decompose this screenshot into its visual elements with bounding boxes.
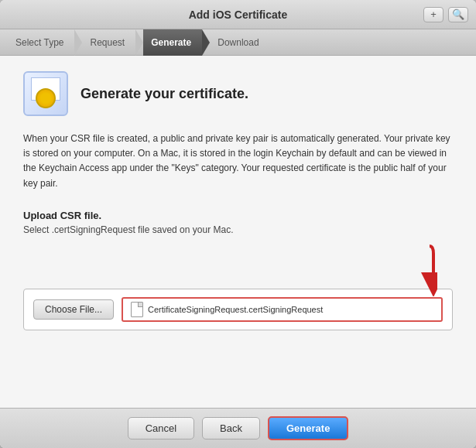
cert-title: Generate your certificate.: [80, 86, 248, 102]
main-content: Generate your certificate. When your CSR…: [0, 56, 476, 408]
step-select-type[interactable]: Select Type: [8, 29, 74, 56]
file-name: CertificateSigningRequest.certSigningReq…: [148, 305, 323, 314]
window-title: Add iOS Certificate: [189, 9, 288, 21]
arrow-container: [23, 246, 453, 289]
arrow-3: [202, 29, 210, 56]
step-request[interactable]: Request: [82, 29, 135, 56]
cert-header: Generate your certificate.: [23, 71, 453, 116]
cancel-button[interactable]: Cancel: [128, 417, 194, 439]
upload-sub: Select .certSigningRequest file saved on…: [23, 224, 453, 235]
generate-button[interactable]: Generate: [268, 416, 348, 440]
back-button[interactable]: Back: [202, 417, 260, 439]
cert-icon-image: [23, 71, 68, 116]
arrow-2: [135, 29, 143, 56]
title-bar: Add iOS Certificate + 🔍: [0, 0, 476, 29]
file-display: CertificateSigningRequest.certSigningReq…: [122, 297, 443, 322]
steps-bar: Select Type Request Generate Download: [0, 29, 476, 56]
description-text: When your CSR file is created, a public …: [23, 132, 453, 191]
step-download[interactable]: Download: [210, 29, 269, 56]
title-bar-actions: + 🔍: [423, 7, 468, 22]
upload-section: Upload CSR file. Select .certSigningRequ…: [23, 210, 453, 246]
step-generate[interactable]: Generate: [143, 29, 202, 56]
arrow-1: [74, 29, 82, 56]
file-icon: [131, 302, 143, 317]
choose-file-button[interactable]: Choose File...: [33, 299, 114, 320]
main-window: Add iOS Certificate + 🔍 Select Type Requ…: [0, 0, 476, 448]
add-button[interactable]: +: [423, 7, 443, 22]
search-button[interactable]: 🔍: [448, 7, 468, 22]
cert-icon: [23, 71, 68, 116]
footer: Cancel Back Generate: [0, 408, 476, 448]
upload-label: Upload CSR file.: [23, 210, 453, 221]
red-arrow-icon: [368, 242, 437, 296]
